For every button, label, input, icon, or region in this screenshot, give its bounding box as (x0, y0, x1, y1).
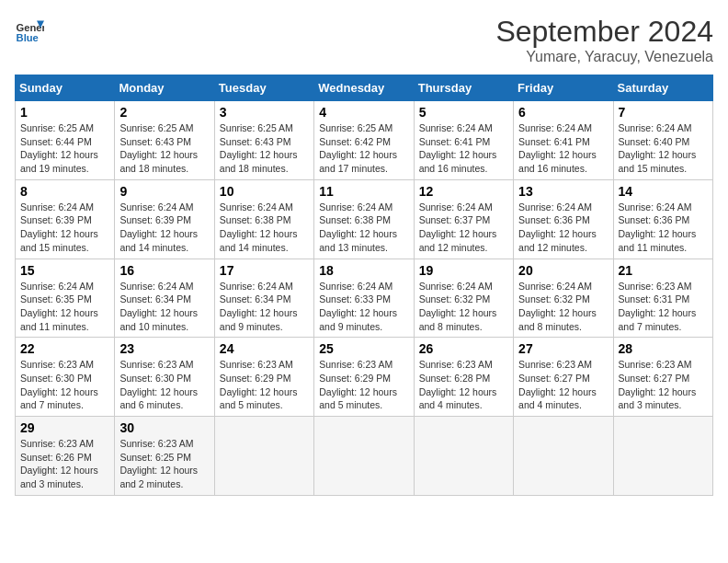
day-info: Sunrise: 6:23 AM Sunset: 6:27 PM Dayligh… (619, 358, 708, 412)
sunset-label: Sunset: 6:39 PM (119, 214, 191, 225)
sunrise-label: Sunrise: 6:23 AM (20, 359, 94, 370)
calendar-week-row: 1 Sunrise: 6:25 AM Sunset: 6:44 PM Dayli… (16, 101, 713, 180)
calendar-cell: 21 Sunrise: 6:23 AM Sunset: 6:31 PM Dayl… (613, 259, 712, 338)
calendar-week-row: 8 Sunrise: 6:24 AM Sunset: 6:39 PM Dayli… (16, 179, 713, 259)
sunset-label: Sunset: 6:28 PM (419, 373, 491, 384)
daylight-label: Daylight: 12 hours and 11 minutes. (619, 228, 697, 253)
day-number: 9 (119, 184, 209, 199)
calendar-cell: 25 Sunrise: 6:23 AM Sunset: 6:29 PM Dayl… (314, 338, 414, 417)
sunrise-label: Sunrise: 6:24 AM (220, 281, 293, 292)
month-title: September 2024 (495, 15, 713, 49)
calendar-cell: 23 Sunrise: 6:23 AM Sunset: 6:30 PM Dayl… (115, 338, 214, 417)
sunrise-label: Sunrise: 6:24 AM (419, 281, 493, 292)
sunrise-label: Sunrise: 6:23 AM (119, 359, 193, 370)
sunset-label: Sunset: 6:43 PM (119, 136, 191, 147)
calendar-week-row: 29 Sunrise: 6:23 AM Sunset: 6:26 PM Dayl… (16, 417, 713, 496)
daylight-label: Daylight: 12 hours and 2 minutes. (119, 465, 198, 489)
header-thursday: Thursday (414, 75, 513, 101)
day-info: Sunrise: 6:24 AM Sunset: 6:36 PM Dayligh… (518, 201, 608, 255)
calendar-cell (214, 417, 313, 496)
header-sunday: Sunday (16, 75, 115, 101)
calendar-cell: 20 Sunrise: 6:24 AM Sunset: 6:32 PM Dayl… (514, 259, 613, 338)
day-info: Sunrise: 6:24 AM Sunset: 6:32 PM Dayligh… (419, 280, 508, 334)
day-number: 30 (119, 420, 209, 435)
day-info: Sunrise: 6:24 AM Sunset: 6:38 PM Dayligh… (220, 201, 309, 255)
day-info: Sunrise: 6:24 AM Sunset: 6:32 PM Dayligh… (518, 280, 608, 334)
day-number: 16 (119, 263, 209, 278)
day-info: Sunrise: 6:23 AM Sunset: 6:28 PM Dayligh… (419, 358, 508, 412)
sunset-label: Sunset: 6:27 PM (619, 373, 690, 384)
day-info: Sunrise: 6:24 AM Sunset: 6:37 PM Dayligh… (419, 201, 508, 255)
daylight-label: Daylight: 12 hours and 14 minutes. (220, 228, 298, 253)
sunrise-label: Sunrise: 6:23 AM (619, 281, 692, 292)
sunrise-label: Sunrise: 6:25 AM (20, 122, 94, 133)
sunrise-label: Sunrise: 6:25 AM (220, 122, 293, 133)
daylight-label: Daylight: 12 hours and 8 minutes. (419, 307, 497, 332)
day-number: 19 (419, 263, 508, 278)
header-saturday: Saturday (613, 75, 712, 101)
day-number: 1 (20, 105, 109, 120)
sunset-label: Sunset: 6:38 PM (220, 214, 291, 225)
header-tuesday: Tuesday (214, 75, 313, 101)
sunrise-label: Sunrise: 6:24 AM (20, 281, 94, 292)
sunrise-label: Sunrise: 6:24 AM (518, 122, 592, 133)
calendar-cell: 14 Sunrise: 6:24 AM Sunset: 6:36 PM Dayl… (613, 179, 712, 259)
day-info: Sunrise: 6:25 AM Sunset: 6:42 PM Dayligh… (319, 121, 408, 176)
calendar-cell: 19 Sunrise: 6:24 AM Sunset: 6:32 PM Dayl… (414, 259, 513, 338)
calendar-cell: 15 Sunrise: 6:24 AM Sunset: 6:35 PM Dayl… (16, 259, 115, 338)
day-number: 29 (20, 420, 109, 435)
calendar-cell: 24 Sunrise: 6:23 AM Sunset: 6:29 PM Dayl… (214, 338, 313, 417)
day-number: 17 (220, 263, 309, 278)
sunset-label: Sunset: 6:37 PM (419, 214, 491, 225)
calendar-cell: 11 Sunrise: 6:24 AM Sunset: 6:38 PM Dayl… (314, 179, 414, 259)
day-info: Sunrise: 6:23 AM Sunset: 6:30 PM Dayligh… (20, 358, 109, 412)
day-info: Sunrise: 6:24 AM Sunset: 6:38 PM Dayligh… (319, 201, 408, 255)
day-info: Sunrise: 6:25 AM Sunset: 6:43 PM Dayligh… (119, 121, 209, 176)
day-info: Sunrise: 6:23 AM Sunset: 6:29 PM Dayligh… (319, 358, 408, 412)
sunset-label: Sunset: 6:41 PM (518, 136, 590, 147)
daylight-label: Daylight: 12 hours and 17 minutes. (319, 149, 397, 174)
daylight-label: Daylight: 12 hours and 18 minutes. (119, 149, 198, 174)
calendar-cell: 22 Sunrise: 6:23 AM Sunset: 6:30 PM Dayl… (16, 338, 115, 417)
sunset-label: Sunset: 6:29 PM (319, 373, 391, 384)
sunrise-label: Sunrise: 6:24 AM (419, 122, 493, 133)
sunset-label: Sunset: 6:38 PM (319, 214, 391, 225)
day-number: 14 (619, 184, 708, 199)
day-number: 5 (419, 105, 508, 120)
daylight-label: Daylight: 12 hours and 10 minutes. (119, 307, 198, 332)
day-number: 28 (619, 341, 708, 356)
day-number: 2 (119, 105, 209, 120)
sunset-label: Sunset: 6:27 PM (518, 373, 590, 384)
logo: General Blue (15, 15, 44, 44)
calendar-cell: 10 Sunrise: 6:24 AM Sunset: 6:38 PM Dayl… (214, 179, 313, 259)
calendar-cell: 6 Sunrise: 6:24 AM Sunset: 6:41 PM Dayli… (514, 101, 613, 180)
sunrise-label: Sunrise: 6:23 AM (319, 359, 392, 370)
calendar-cell: 1 Sunrise: 6:25 AM Sunset: 6:44 PM Dayli… (16, 101, 115, 180)
header-monday: Monday (115, 75, 214, 101)
daylight-label: Daylight: 12 hours and 9 minutes. (319, 307, 397, 332)
sunset-label: Sunset: 6:39 PM (20, 214, 92, 225)
daylight-label: Daylight: 12 hours and 5 minutes. (220, 386, 298, 411)
calendar-cell: 17 Sunrise: 6:24 AM Sunset: 6:34 PM Dayl… (214, 259, 313, 338)
page-header: General Blue September 2024 Yumare, Yara… (15, 15, 713, 65)
sunrise-label: Sunrise: 6:24 AM (220, 201, 293, 213)
sunset-label: Sunset: 6:34 PM (220, 293, 291, 304)
sunset-label: Sunset: 6:29 PM (220, 373, 291, 384)
day-info: Sunrise: 6:24 AM Sunset: 6:36 PM Dayligh… (619, 201, 708, 255)
day-info: Sunrise: 6:24 AM Sunset: 6:35 PM Dayligh… (20, 280, 109, 334)
day-number: 23 (119, 341, 209, 356)
calendar-cell: 16 Sunrise: 6:24 AM Sunset: 6:34 PM Dayl… (115, 259, 214, 338)
daylight-label: Daylight: 12 hours and 11 minutes. (20, 307, 98, 332)
day-number: 25 (319, 341, 408, 356)
day-info: Sunrise: 6:23 AM Sunset: 6:27 PM Dayligh… (518, 358, 608, 412)
sunset-label: Sunset: 6:32 PM (518, 293, 590, 304)
daylight-label: Daylight: 12 hours and 12 minutes. (419, 228, 497, 253)
sunrise-label: Sunrise: 6:24 AM (619, 201, 692, 213)
calendar-cell: 29 Sunrise: 6:23 AM Sunset: 6:26 PM Dayl… (16, 417, 115, 496)
calendar-cell: 8 Sunrise: 6:24 AM Sunset: 6:39 PM Dayli… (16, 179, 115, 259)
calendar-cell (414, 417, 513, 496)
calendar-cell: 27 Sunrise: 6:23 AM Sunset: 6:27 PM Dayl… (514, 338, 613, 417)
daylight-label: Daylight: 12 hours and 8 minutes. (518, 307, 597, 332)
sunrise-label: Sunrise: 6:23 AM (20, 438, 94, 449)
daylight-label: Daylight: 12 hours and 13 minutes. (319, 228, 397, 253)
